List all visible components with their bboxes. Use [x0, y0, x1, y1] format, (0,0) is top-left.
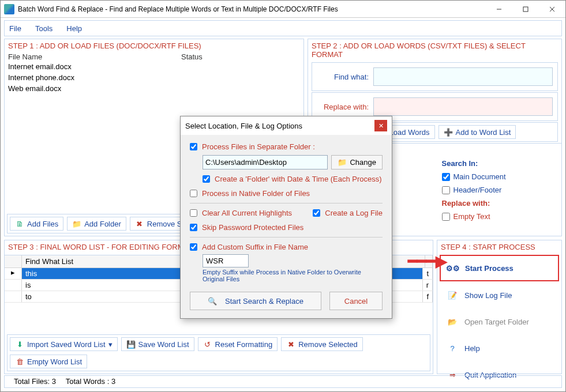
suffix-input[interactable] — [203, 254, 249, 267]
maximize-button[interactable] — [512, 1, 539, 18]
start-process-button[interactable]: ⚙⚙ Start Process — [440, 255, 559, 281]
document-add-icon: 🗎 — [15, 219, 24, 228]
remove-selected-word-button[interactable]: ✖Remove Selected — [281, 337, 363, 351]
gears-icon: ⚙⚙ — [447, 262, 459, 274]
dialog-close-button[interactable]: ✕ — [374, 120, 387, 131]
add-to-list-icon: ➕ — [444, 127, 453, 137]
app-icon — [4, 4, 14, 14]
replace-with-label: Replace with: — [317, 103, 369, 111]
log-file-icon: 📝 — [446, 289, 459, 301]
window-title: Batch Word Find & Replace - Find and Rep… — [18, 5, 486, 13]
cancel-button[interactable]: Cancel — [329, 292, 383, 310]
main-document-checkbox[interactable] — [442, 173, 450, 181]
step3-toolbar: ⬇Import Saved Word List ▾ 💾Save Word Lis… — [7, 334, 430, 371]
add-folder-button[interactable]: 📁Add Folder — [67, 217, 126, 231]
add-to-word-list-button[interactable]: ➕Add to Word List — [438, 125, 516, 139]
import-word-list-button[interactable]: ⬇Import Saved Word List ▾ — [10, 337, 118, 351]
options-dialog: Select Location, File & Log Options ✕ Pr… — [180, 116, 392, 319]
create-folder-date-checkbox[interactable] — [203, 175, 210, 183]
col-status: Status — [181, 52, 203, 61]
file-row[interactable]: Internet phone.docx — [8, 72, 300, 83]
find-what-input[interactable] — [373, 67, 553, 86]
suffix-note: Empty Suffix while Process in Native Fol… — [203, 267, 383, 286]
file-row[interactable]: Web email.docx — [8, 83, 300, 94]
minimize-button[interactable] — [486, 1, 512, 18]
skip-password-checkbox[interactable] — [190, 224, 197, 231]
find-what-label: Find what: — [317, 73, 369, 81]
col-filename: File Name — [8, 52, 181, 61]
empty-text-checkbox[interactable] — [442, 213, 450, 221]
add-suffix-checkbox[interactable] — [190, 243, 197, 251]
add-files-button[interactable]: 🗎Add Files — [10, 217, 63, 231]
save-word-list-button[interactable]: 💾Save Word List — [121, 337, 194, 351]
process-separate-checkbox[interactable] — [190, 143, 197, 150]
delete-icon: ✖ — [286, 340, 295, 349]
import-icon: ⬇ — [15, 340, 24, 349]
svg-rect-1 — [523, 7, 528, 12]
annotation-arrow: ━━━▶ — [408, 252, 447, 270]
help-button[interactable]: ? Help — [440, 336, 559, 361]
search-in-header: Search In: — [442, 157, 556, 170]
chevron-down-icon: ▾ — [108, 340, 113, 349]
replace-with-header: Replace with: — [442, 197, 556, 210]
create-log-checkbox[interactable] — [313, 209, 320, 217]
step4-panel: STEP 4 : START PROCESS ⚙⚙ Start Process … — [437, 240, 562, 374]
empty-icon: 🗑 — [15, 357, 24, 366]
folder-open-icon: 📂 — [446, 315, 459, 328]
step2-title: STEP 2 : ADD OR LOAD WORDS (CSV/TXT FILE… — [308, 39, 561, 61]
menu-file[interactable]: File — [9, 24, 21, 33]
folder-icon: 📁 — [338, 158, 347, 167]
save-icon: 💾 — [126, 340, 136, 349]
header-footer-checkbox[interactable] — [442, 186, 450, 194]
file-row[interactable]: Internet email.docx — [8, 61, 300, 72]
total-words: Total Words : 3 — [66, 377, 115, 386]
dialog-title: Select Location, File & Log Options — [185, 122, 374, 130]
open-target-folder-button[interactable]: 📂 Open Target Folder — [440, 309, 559, 334]
menu-help[interactable]: Help — [66, 24, 82, 33]
step1-title: STEP 1 : ADD OR LOAD FILES (DOC/DOCX/RTF… — [5, 39, 303, 52]
delete-icon: ✖ — [135, 219, 144, 228]
step4-title: STEP 4 : START PROCESS — [437, 240, 561, 254]
start-search-replace-button[interactable]: 🔍 Start Search & Replace — [190, 292, 321, 310]
help-icon: ? — [446, 342, 459, 355]
statusbar: Total Files: 3 Total Words : 3 — [4, 375, 562, 388]
total-files: Total Files: 3 — [14, 377, 56, 386]
menubar: File Tools Help — [4, 20, 562, 36]
reset-formatting-button[interactable]: ↺Reset Formatting — [198, 337, 278, 351]
clear-highlights-checkbox[interactable] — [190, 209, 197, 217]
process-native-checkbox[interactable] — [190, 190, 197, 197]
replace-with-input[interactable] — [373, 97, 553, 116]
show-log-file-button[interactable]: 📝 Show Log File — [440, 282, 559, 308]
menu-tools[interactable]: Tools — [35, 24, 53, 33]
folder-icon: 📁 — [72, 219, 81, 228]
titlebar: Batch Word Find & Replace - Find and Rep… — [1, 1, 565, 18]
search-icon: 🔍 — [208, 297, 217, 306]
empty-word-list-button[interactable]: 🗑Empty Word List — [10, 355, 87, 368]
change-button[interactable]: 📁Change — [331, 155, 383, 169]
path-input[interactable] — [203, 155, 328, 169]
close-button[interactable] — [539, 1, 565, 18]
reset-icon: ↺ — [203, 340, 212, 349]
